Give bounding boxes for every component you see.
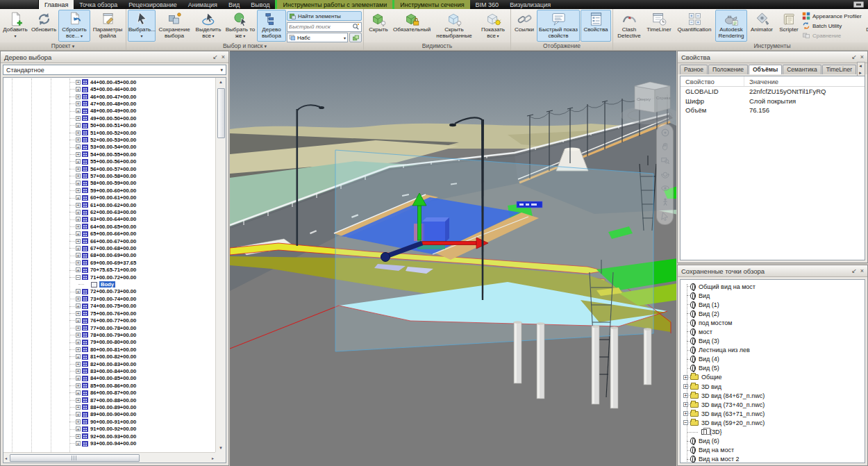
steering-wheel-icon[interactable] [660, 128, 670, 138]
viewpoint-expand-icon[interactable] [683, 420, 688, 425]
viewpoint-expand-icon[interactable] [683, 384, 688, 389]
tree-row[interactable]: 89+00.00-90+00.00 [3, 411, 215, 418]
tree-preset-dropdown[interactable]: Стандартное ▾ [3, 65, 226, 75]
viewpoint-expand-icon[interactable] [683, 411, 688, 416]
viewpoint-row[interactable]: под мостом [681, 318, 865, 327]
tree-expand-icon[interactable] [76, 275, 81, 280]
dock-pin-icon[interactable]: ↙ [851, 268, 857, 274]
tree-row[interactable]: 82+00.00-83+00.00 [3, 360, 215, 367]
viewpoint-expand-icon[interactable] [683, 375, 688, 380]
tree-row[interactable]: 90+00.00-91+00.00 [3, 418, 215, 425]
quick-search-icon[interactable] [352, 23, 360, 31]
tree-row[interactable]: 57+00.00-58+00.00 [3, 172, 215, 179]
tree-row[interactable]: 83+00.00-84+00.00 [3, 367, 215, 374]
tree-expand-icon[interactable] [76, 434, 81, 439]
unhide-all-button[interactable]: Показать все [477, 10, 509, 42]
scripter-button[interactable]: Scripter [776, 10, 801, 42]
tree-row[interactable]: 61+00.00-62+00.00 [3, 201, 215, 208]
tree-row[interactable]: 80+00.00-81+00.00 [3, 346, 215, 353]
ribbon-tab[interactable]: BIM 360 [470, 0, 505, 9]
tree-expand-icon[interactable] [76, 131, 81, 135]
ribbon-tab[interactable]: Анимация [183, 0, 223, 9]
save-selection-button[interactable]: Сохранение выбора [156, 10, 192, 42]
append-button[interactable]: Добавить [1, 10, 29, 42]
close-icon[interactable]: × [860, 268, 864, 274]
properties-tab[interactable]: Положение [708, 65, 748, 74]
tree-expand-icon[interactable] [76, 210, 81, 215]
viewpoint-row[interactable]: Вид (4) [681, 355, 865, 364]
tree-row[interactable]: 50+00.00-51+00.00 [3, 122, 215, 128]
viewpoint-row[interactable]: Вид (5) [681, 364, 865, 373]
tree-row[interactable]: 93+00.00-94+00.00 [3, 440, 215, 447]
appearance-profiler-button[interactable]: Appearance Profiler [802, 12, 863, 20]
tree-row[interactable]: 71+00.00-72+00.00 [3, 274, 215, 281]
tree-expand-icon[interactable] [76, 303, 81, 308]
property-row[interactable]: Шифр Слой покрытия [681, 97, 865, 106]
tree-expand-icon[interactable] [76, 152, 81, 157]
links-button[interactable]: Ссылки [512, 10, 536, 42]
tree-expand-icon[interactable] [76, 203, 81, 208]
tree-expand-icon[interactable] [76, 181, 81, 185]
tree-row[interactable]: 76+00.00-77+00.00 [3, 317, 215, 324]
tree-row[interactable]: 68+00.00-69+00.00 [3, 252, 215, 259]
tree-expand-icon[interactable] [76, 87, 81, 92]
tree-row[interactable]: 72+00.00-73+00.00 [3, 288, 215, 295]
tree-row[interactable]: 49+00.00-50+00.00 [3, 115, 215, 122]
app-menu-stub[interactable] [0, 0, 39, 9]
tree-row[interactable]: 87+00.00-88+00.00 [3, 397, 215, 403]
properties-tab[interactable]: Разное [680, 65, 708, 74]
tree-row[interactable]: 84+00.00-85+00.00 [3, 375, 215, 382]
tree-row[interactable]: 88+00.00-89+00.00 [3, 403, 215, 410]
select-arrow-icon[interactable] [660, 211, 670, 221]
tree-expand-icon[interactable] [76, 188, 81, 193]
tree-expand-icon[interactable] [76, 167, 81, 172]
tree-expand-icon[interactable] [76, 362, 81, 367]
tree-row[interactable]: 55+00.00-56+00.00 [3, 158, 215, 165]
tree-row[interactable]: 74+00.00-75+00.00 [3, 303, 215, 310]
properties-tab[interactable]: Семантика [783, 65, 821, 74]
tree-expand-icon[interactable] [76, 347, 81, 352]
tree-expand-icon[interactable] [76, 108, 81, 113]
tree-row[interactable]: 79+00.00-80+00.00 [3, 339, 215, 346]
close-icon[interactable]: × [860, 54, 864, 60]
tree-row[interactable]: 66+00.00-67+00.00 [3, 238, 215, 244]
ribbon-tab[interactable]: Визуализация [504, 0, 556, 9]
viewpoint-expand-icon[interactable] [683, 402, 688, 407]
tree-row[interactable]: 92+00.00-93+00.00 [3, 433, 215, 440]
dock-pin-icon[interactable]: ↙ [212, 54, 218, 60]
tab-scroll-arrows[interactable]: ◂ ▸ [857, 62, 865, 77]
tree-expand-icon[interactable] [76, 116, 81, 121]
properties-tab[interactable]: TimeLiner [822, 65, 856, 74]
tree-row[interactable]: 53+00.00-54+00.00 [3, 144, 215, 151]
close-icon[interactable]: × [222, 54, 225, 60]
viewpoint-row[interactable]: {3D} [681, 428, 865, 437]
refresh-button[interactable]: Обновить [30, 10, 58, 42]
minimize-ribbon-button[interactable] [853, 1, 864, 8]
tree-row[interactable]: 81+00.00-82+00.00 [3, 353, 215, 360]
tree-row[interactable]: 85+00.00-86+00.00 [3, 382, 215, 389]
tree-row[interactable]: 58+00.00-59+00.00 [3, 180, 215, 187]
viewport-3d[interactable]: Сверху Справа [230, 51, 676, 466]
tree-expand-icon[interactable] [76, 405, 81, 410]
tree-expand-icon[interactable] [76, 239, 81, 244]
tree-row[interactable]: 52+00.00-53+00.00 [3, 136, 215, 143]
scroll-thumb[interactable] [10, 454, 140, 462]
tree-expand-icon[interactable] [76, 123, 81, 128]
tree-expand-icon[interactable] [76, 390, 81, 395]
tree-row[interactable]: 56+00.00-57+00.00 [3, 165, 215, 172]
tree-row[interactable]: Body [3, 281, 215, 288]
viewpoint-row[interactable]: Общий вид на мост [681, 282, 865, 291]
tree-row[interactable]: 44+00.00-45+00.00 [3, 78, 215, 85]
tree-row[interactable]: 46+00.00-47+00.00 [3, 93, 215, 100]
tree-expand-icon[interactable] [76, 195, 81, 200]
ribbon-tab[interactable]: Рецензирование [123, 0, 183, 9]
tree-expand-icon[interactable] [76, 101, 81, 106]
tree-expand-icon[interactable] [76, 340, 81, 344]
viewpoint-row[interactable]: Лестница низ лев [681, 346, 865, 355]
viewpoint-row[interactable]: Вид на мост 2 [681, 455, 865, 463]
tree-row[interactable]: 64+00.00-65+00.00 [3, 223, 215, 230]
selection-sets-button[interactable] [349, 33, 362, 42]
tree-expand-icon[interactable] [76, 383, 81, 388]
tree-row[interactable]: 78+00.00-79+00.00 [3, 331, 215, 338]
viewpoint-row[interactable]: 3D вид [681, 382, 865, 391]
